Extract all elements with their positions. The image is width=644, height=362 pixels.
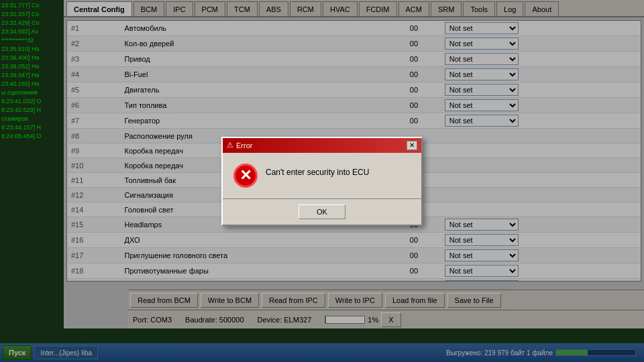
modal-overlay: ⚠ Error ✕ ✕ Can't enter security into EC… <box>0 0 644 362</box>
modal-footer: OK <box>223 198 421 225</box>
modal-title: Error <box>236 141 252 149</box>
modal-title-left: ⚠ Error <box>227 141 252 149</box>
modal-close-button[interactable]: ✕ <box>407 141 417 150</box>
error-icon-small: ⚠ <box>227 141 233 149</box>
modal-ok-button[interactable]: OK <box>299 204 345 219</box>
modal-message: Can't enter security into ECU <box>266 164 411 177</box>
modal-titlebar: ⚠ Error ✕ <box>223 138 421 153</box>
error-dialog: ⚠ Error ✕ ✕ Can't enter security into EC… <box>221 137 423 226</box>
error-circle-icon: ✕ <box>233 164 258 188</box>
modal-body: ✕ Can't enter security into ECU <box>223 153 421 198</box>
